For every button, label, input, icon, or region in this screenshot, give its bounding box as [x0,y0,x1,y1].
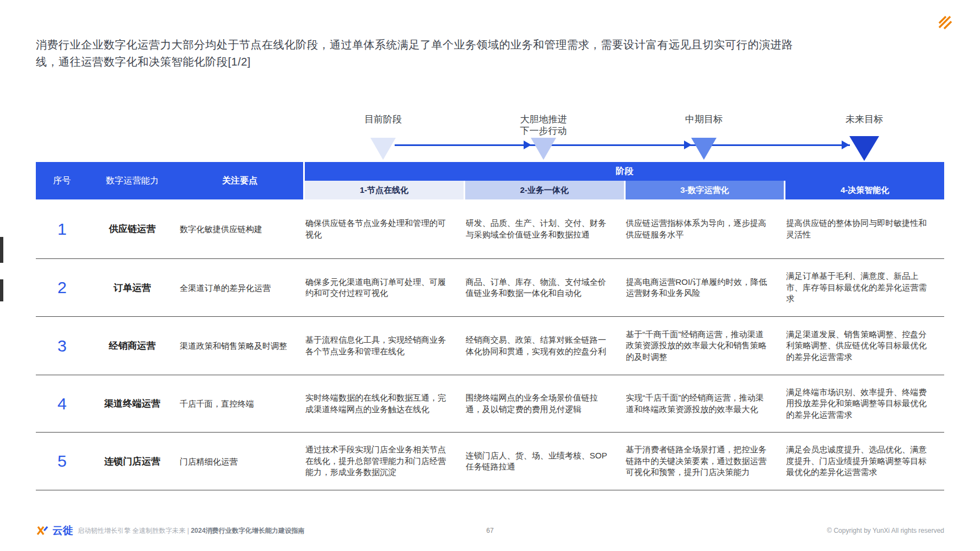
row-number: 1 [36,220,88,239]
stage-col-2-header: 2-业务一体化 [464,181,624,199]
stage-col-3-header: 3-数字运营化 [624,181,784,199]
stage-cell: 商品、订单、库存、物流、支付域全价值链业务和数据一体化和自动化 [464,277,624,299]
table-row: 2 订单运营 全渠道订单的差异化运营 确保多元化渠道电商订单可处理、可履约和可交… [36,259,944,317]
table-body: 1 供应链运营 数字化敏捷供应链构建 确保供应链各节点业务处理和管理的可视化 研… [36,199,944,490]
focus-point: 渠道政策和销售策略及时调整 [176,340,303,352]
arrowhead-icon [684,141,692,149]
page-title: 消费行业企业数字化运营力大部分均处于节点在线化阶段，通过单体系统满足了单个业务领… [36,36,814,71]
stage-triangle-4-icon [849,136,879,161]
table-row: 1 供应链运营 数字化敏捷供应链构建 确保供应链各节点业务处理和管理的可视化 研… [36,199,944,259]
stage-triangle-2-icon [531,138,556,160]
page-edge-artifact [0,279,3,301]
stage-cell: 确保供应链各节点业务处理和管理的可视化 [303,218,464,240]
slide-page: 消费行业企业数字化运营力大部分均处于节点在线化阶段，通过单体系统满足了单个业务领… [0,0,980,551]
table-row: 5 连锁门店运营 门店精细化运营 通过技术手段实现门店全业务相关节点在线化，提升… [36,433,944,490]
arrowhead-icon [524,141,531,149]
row-number: 5 [36,452,88,471]
stage-cell: 供应链运营指标体系为导向，逐步提高供应链服务水平 [624,218,784,240]
stage-triangle-3-icon [691,138,717,160]
stage-cell: 满足终端市场识别、效率提升、终端费用投放差异化和策略调整等目标最优化的差异化运营… [784,387,944,421]
row-number: 4 [36,395,88,413]
capability-name: 渠道终端运营 [88,397,176,410]
stage-cell: 满足订单基于毛利、满意度、新品上市、库存等目标最优化的差异化运营需求 [784,271,944,305]
stage-header-block: 阶段 1-节点在线化 2-业务一体化 3-数字运营化 4-决策智能化 [303,162,944,199]
stage-cell: 基于流程信息化工具，实现经销商业务各个节点业务和管理在线化 [303,334,464,357]
stage-cell: 实时终端数据的在线化和数据互通，完成渠道终端网点的业务触达在线化 [303,392,464,415]
focus-point: 门店精细化运营 [176,456,303,467]
row-number: 2 [36,278,88,297]
copyright-text: © Copyright by YunXi All rights reserved [827,527,944,534]
capability-name: 经销商运营 [88,339,176,352]
row-number: 3 [36,337,88,355]
header-col-focus: 关注要点 [176,175,303,187]
capability-name: 连锁门店运营 [88,455,176,468]
timeline-label-current: 目前阶段 [364,114,402,125]
stage-header-title: 阶段 [303,162,944,181]
stage-cell: 围绕终端网点的业务全场景价值链拉通，及以销定费的费用兑付逻辑 [464,392,624,415]
table-header: 序号 数字运营能力 关注要点 阶段 1-节点在线化 2-业务一体化 3-数字运营… [36,162,944,199]
capability-name: 订单运营 [88,282,176,294]
stage-cell: 基于“千商千面”经销商运营，推动渠道政策资源投放的效率最大化和销售策略的及时调整 [624,329,784,363]
focus-point: 全渠道订单的差异化运营 [176,282,303,294]
table-row: 4 渠道终端运营 千店千面，直控终端 实时终端数据的在线化和数据互通，完成渠道终… [36,375,944,433]
stage-col-1-header: 1-节点在线化 [303,181,464,199]
stage-cell: 满足会员忠诚度提升、选品优化、满意度提升、门店业绩提升策略调整等目标最优化的差异… [784,444,944,478]
hatch-logo-icon [938,15,952,30]
timeline-arrow-line [395,144,850,146]
stage-cell: 提高电商运营ROI/订单履约时效，降低运营财务和业务风险 [624,277,784,299]
page-edge-artifact [0,237,3,263]
stage-cell: 确保多元化渠道电商订单可处理、可履约和可交付过程可视化 [303,277,464,299]
header-col-capability: 数字运营能力 [88,175,176,187]
timeline-label-next-step: 大胆地推进 下一步行动 [520,114,567,137]
stage-cell: 提高供应链的整体协同与即时敏捷性和灵活性 [784,218,944,240]
stage-cell: 基于消费者链路全场景打通，把控业务链路中的关键决策要素，通过数据运营可视化和预警… [624,444,784,478]
stage-cell: 经销商交易、政策、结算对账全链路一体化协同和贯通，实现有效的控盘分利 [464,334,624,357]
stage-triangle-1-icon [370,138,396,160]
arrowhead-icon [842,141,849,149]
header-col-no: 序号 [36,175,88,187]
timeline-label-future: 未来目标 [846,114,883,125]
stage-cell: 实现“千店千面”的经销商运营，推动渠道和终端政策资源投放的效率最大化 [624,392,784,415]
table-row: 3 经销商运营 渠道政策和销售策略及时调整 基于流程信息化工具，实现经销商业务各… [36,317,944,375]
timeline-label-midterm: 中期目标 [685,114,723,125]
capability-name: 供应链运营 [88,223,176,235]
stage-cell: 满足渠道发展、销售策略调整、控盘分利策略调整、供应链优化等目标最优化的差异化运营… [784,329,944,363]
table-header-left: 序号 数字运营能力 关注要点 [36,162,303,199]
stage-col-4-header: 4-决策智能化 [784,181,944,199]
stage-cell: 通过技术手段实现门店全业务相关节点在线化，提升总部管理能力和门店经营能力，形成业… [303,444,464,478]
stage-cell: 研发、品质、生产、计划、交付、财务与采购域全价值链业务和数据拉通 [464,218,624,240]
focus-point: 数字化敏捷供应链构建 [176,223,303,235]
focus-point: 千店千面，直控终端 [176,398,303,409]
stage-cell: 连锁门店人、货、场、业绩考核、SOP任务链路拉通 [464,450,624,473]
stage-subheader-row: 1-节点在线化 2-业务一体化 3-数字运营化 4-决策智能化 [303,181,944,199]
